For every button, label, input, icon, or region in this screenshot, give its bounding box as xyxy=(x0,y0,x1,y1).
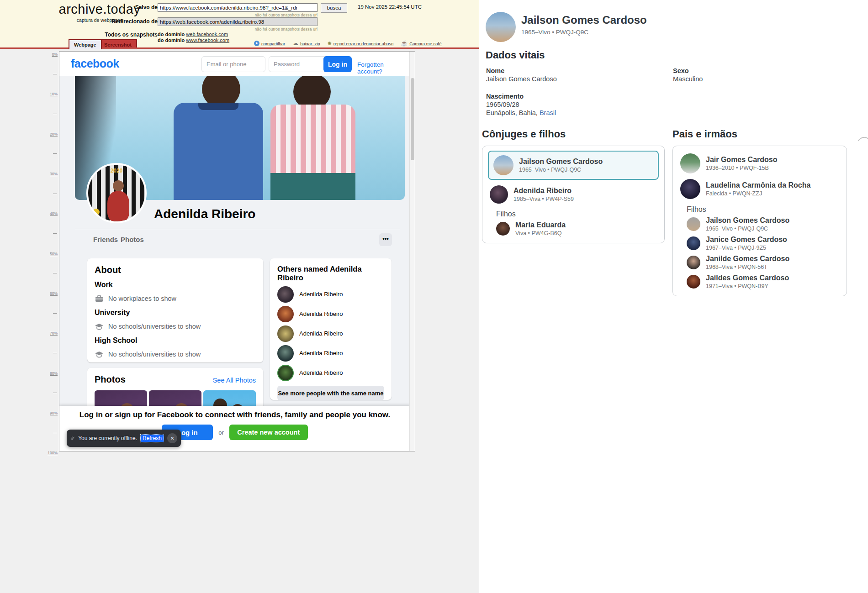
close-icon[interactable]: ✕ xyxy=(167,433,177,443)
person-name[interactable]: Janice Gomes Cardoso xyxy=(706,236,787,244)
ruler-30[interactable]: 30% xyxy=(44,172,58,176)
domain-link-www[interactable]: www.facebook.com xyxy=(186,37,229,43)
tab-photos[interactable]: Photos xyxy=(116,232,148,247)
sibling-row[interactable]: Jailson Gomes Cardoso 1965–Vivo • PWQJ-Q… xyxy=(687,215,841,234)
share-link[interactable]: compartilhar xyxy=(261,41,285,46)
person-link[interactable]: Adenilda Ribeiro xyxy=(299,310,343,317)
person-name[interactable]: Janilde Gomes Cardoso xyxy=(706,255,789,263)
person-name[interactable]: Jair Gomes Cardoso xyxy=(706,156,778,164)
email-field[interactable] xyxy=(201,56,265,72)
work-empty-text: No workplaces to show xyxy=(108,295,176,302)
more-options-button[interactable]: ••• xyxy=(379,233,392,246)
avatar xyxy=(277,286,294,303)
search-button[interactable]: busca xyxy=(321,3,347,13)
share-icon: ➤ xyxy=(254,41,259,46)
highschool-empty-row: No schools/universities to show xyxy=(95,350,256,359)
domain-row: do domínio web.facebook.com xyxy=(158,31,229,37)
report-action[interactable]: ✺ report errar or denunciar abuso xyxy=(328,41,394,47)
list-item[interactable]: Adenilda Ribeiro xyxy=(277,326,384,341)
password-field[interactable] xyxy=(269,56,333,72)
ruler-tick xyxy=(53,114,57,114)
list-item[interactable]: Adenilda Ribeiro xyxy=(277,287,384,302)
create-account-button[interactable]: Create new account xyxy=(229,425,308,440)
photos-title: Photos xyxy=(95,374,126,385)
refresh-button[interactable]: Refresh xyxy=(141,435,164,442)
coffee-link[interactable]: Compra me café xyxy=(409,41,441,46)
person-name[interactable]: Jailson Gomes Cardoso xyxy=(519,157,603,166)
coffee-action[interactable]: ☕ Compra me café xyxy=(401,40,441,47)
avatar xyxy=(680,153,700,173)
avatar xyxy=(687,275,700,289)
see-more-people-button[interactable]: See more people with the same name xyxy=(277,386,384,400)
ruler-0[interactable]: 0% xyxy=(44,52,58,57)
spouses-heading: Cônjuges e filhos xyxy=(482,128,665,140)
selected-person-row[interactable]: Jailson Gomes Cardoso 1965–Vivo • PWQJ-Q… xyxy=(488,151,659,180)
domain-link-web[interactable]: web.facebook.com xyxy=(186,31,228,37)
person-lifespan-id: Viva • PW4G-B6Q xyxy=(515,230,566,236)
person-lifespan-id: 1965–Vivo • PWQJ-Q9C xyxy=(519,167,603,173)
facebook-logo[interactable]: facebook xyxy=(71,57,119,70)
snapshot-timestamp: 19 Nov 2025 22:45:54 UTC xyxy=(358,4,422,10)
person-name[interactable]: Adenilda Ribeiro xyxy=(513,187,574,195)
scrollbar-thumb[interactable] xyxy=(411,78,414,160)
share-action[interactable]: ➤ compartilhar xyxy=(254,41,285,46)
children-label: Filhos xyxy=(687,205,841,214)
list-item[interactable]: Adenilda Ribeiro xyxy=(277,346,384,361)
tab-webpage[interactable]: Webpage xyxy=(69,39,102,49)
avatar xyxy=(687,236,700,250)
parents-card: Jair Gomes Cardoso 1936–2010 • PWQF-15B … xyxy=(672,146,847,296)
ruler-50[interactable]: 50% xyxy=(44,252,58,256)
sibling-row[interactable]: Janilde Gomes Cardoso 1968–Viva • PWQN-5… xyxy=(687,253,841,272)
profile-picture[interactable]: 2020 xyxy=(86,163,147,223)
ruler-80[interactable]: 80% xyxy=(44,371,58,376)
list-item[interactable]: Adenilda Ribeiro xyxy=(277,365,384,380)
ruler-40[interactable]: 40% xyxy=(44,211,58,216)
report-link[interactable]: report errar or denunciar abuso xyxy=(333,41,394,46)
person-name[interactable]: Jailson Gomes Cardoso xyxy=(706,216,789,225)
graduation-cap-icon xyxy=(95,350,104,359)
birth-country-link[interactable]: Brasil xyxy=(540,109,556,116)
person-link[interactable]: Adenilda Ribeiro xyxy=(299,330,343,337)
see-all-photos-link[interactable]: See All Photos xyxy=(213,377,256,384)
list-item[interactable]: Adenilda Ribeiro xyxy=(277,306,384,321)
sibling-row[interactable]: Jaildes Gomes Cardoso 1971–Viva • PWQN-B… xyxy=(687,272,841,291)
ruler-tick xyxy=(53,74,57,74)
ruler-100[interactable]: 100% xyxy=(44,451,58,455)
ruler-60[interactable]: 60% xyxy=(44,291,58,296)
ruler-tick xyxy=(53,353,57,353)
person-link[interactable]: Adenilda Ribeiro xyxy=(299,369,343,376)
ruler-20[interactable]: 20% xyxy=(44,132,58,136)
download-zip-action[interactable]: ☁ baixar .zip xyxy=(292,41,320,46)
sibling-row[interactable]: Janice Gomes Cardoso 1967–Viva • PWQJ-9Z… xyxy=(687,234,841,253)
father-row[interactable]: Jair Gomes Cardoso 1936–2010 • PWQF-15B xyxy=(678,151,841,176)
download-zip-link[interactable]: baixar .zip xyxy=(300,41,320,46)
graduation-cap-icon xyxy=(95,322,104,331)
spouse-row[interactable]: Adenilda Ribeiro 1985–Viva • PW4P-S59 xyxy=(488,183,659,206)
redirected-url-input[interactable] xyxy=(158,17,318,26)
birth-place: Eunápolis, Bahia, Brasil xyxy=(486,109,556,116)
ruler-tick xyxy=(53,393,57,393)
person-avatar[interactable] xyxy=(486,12,516,42)
forgotten-account-link[interactable]: Forgotten account? xyxy=(357,61,410,75)
person-name[interactable]: Jaildes Gomes Cardoso xyxy=(706,274,789,282)
child-row[interactable]: Maria Eduarda Viva • PW4G-B6Q xyxy=(496,219,659,238)
avatar xyxy=(687,217,700,231)
ruler-10[interactable]: 10% xyxy=(44,92,58,96)
profile-name: Adenilda Ribeiro xyxy=(154,207,255,221)
parents-section: Pais e irmãos Jair Gomes Cardoso 1936–20… xyxy=(672,128,847,296)
avatar xyxy=(277,325,294,342)
person-name[interactable]: Maria Eduarda xyxy=(515,221,566,229)
profile-divider xyxy=(75,229,400,229)
person-link[interactable]: Adenilda Ribeiro xyxy=(299,291,343,298)
header-login-button[interactable]: Log in xyxy=(323,56,352,72)
work-label: Work xyxy=(95,281,256,289)
saved-url-input[interactable] xyxy=(158,3,318,12)
ruler-90[interactable]: 90% xyxy=(44,411,58,415)
page-scrollbar[interactable] xyxy=(409,52,415,451)
person-name[interactable]: Laudelina Carmônia da Rocha xyxy=(706,181,810,189)
mother-row[interactable]: Laudelina Carmônia da Rocha Falecida • P… xyxy=(678,176,841,202)
avatar xyxy=(490,185,508,204)
ruler-70[interactable]: 70% xyxy=(44,331,58,336)
domain-row: do domínio www.facebook.com xyxy=(158,37,229,43)
person-link[interactable]: Adenilda Ribeiro xyxy=(299,350,343,357)
